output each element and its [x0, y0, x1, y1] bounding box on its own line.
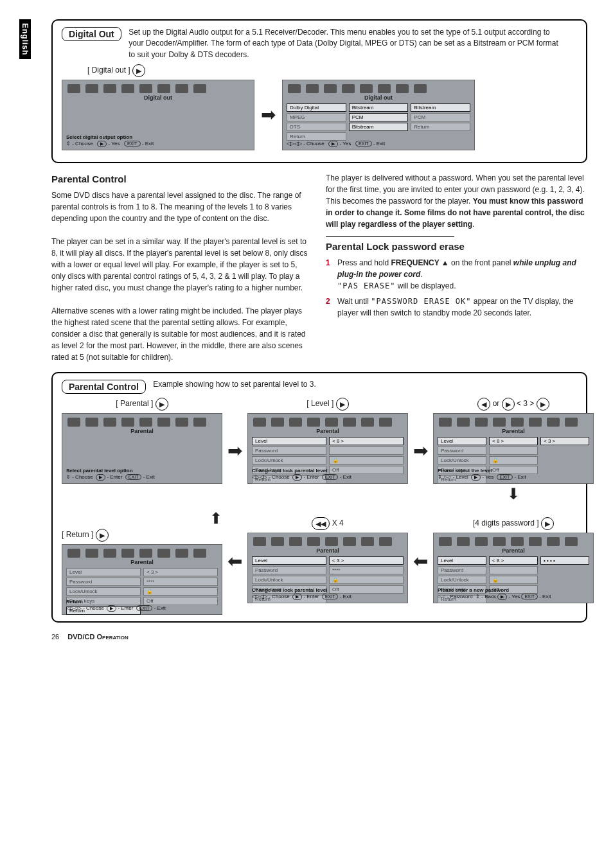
osd-foot-hint: Change and lock parental level: [252, 468, 404, 474]
crumb-x4: X 4: [332, 518, 344, 527]
osd-value: Bitstream: [349, 123, 409, 131]
arrow-up-icon: ⬆: [209, 509, 222, 527]
osd-item[interactable]: Dolby Digital: [287, 103, 346, 112]
arrow-right-icon: ➡: [261, 106, 276, 124]
osd-item[interactable]: Level: [252, 556, 326, 565]
crumb-arrows: < 3 >: [517, 399, 534, 408]
osd-foot-exit: - Exit: [143, 474, 155, 480]
osd-value: [489, 566, 538, 574]
osd-item[interactable]: Level: [438, 437, 486, 445]
arrow-right-icon: ➡: [413, 442, 428, 460]
osd-item[interactable]: Lock/Unlock: [66, 587, 141, 596]
osd-title: Digital out: [66, 94, 250, 101]
osd-parental-5: Parental Level Password Lock/Unlock Pane…: [247, 533, 408, 603]
crumb-or: or: [493, 399, 500, 408]
osd-foot-choose: - Choose: [269, 594, 289, 599]
osd-foot-hint: Please enter a new password: [438, 587, 589, 593]
osd-parental-6: Parental Level Password Lock/Unlock Pane…: [62, 544, 222, 615]
page-number: 26: [51, 633, 59, 641]
step1-dot: .: [420, 270, 422, 279]
osd-foot-enter: - Enter: [107, 474, 122, 480]
lock-icon: [143, 587, 218, 596]
osd-foot-hint: Please select the level: [438, 468, 589, 474]
osd-value: PCM: [349, 113, 409, 121]
osd-value: Return: [411, 123, 470, 131]
osd-item[interactable]: Password: [252, 566, 326, 574]
osd-foot-choose: - Choose: [72, 474, 93, 480]
play-icon: ▶: [132, 64, 145, 77]
left-icon: ◀: [477, 398, 490, 411]
osd-value: • • • •: [540, 556, 589, 565]
crumb-parental: [ Parental ]: [116, 399, 153, 408]
osd-foot-exit: - Exit: [340, 594, 351, 599]
osd-foot-password: - Password: [447, 594, 473, 599]
osd-item[interactable]: Lock/Unlock: [438, 576, 486, 584]
osd-foot-exit: - Exit: [154, 605, 166, 611]
osd-value: [329, 447, 404, 455]
osd-foot-exit: - Exit: [142, 141, 154, 146]
osd-item[interactable]: MPEG: [287, 113, 346, 121]
osd-value: [489, 447, 538, 455]
osd-item[interactable]: Lock/Unlock: [438, 456, 486, 465]
osd-value: < 3 >: [540, 437, 589, 445]
osd-digital-out-right: Digital out Dolby Digital MPEG DTS Retur…: [282, 80, 475, 150]
osd-value: ****: [329, 566, 404, 574]
play-icon: ▶: [155, 398, 168, 411]
osd-foot-level: - Level: [453, 474, 468, 480]
footer-section: DVD/CD: [67, 633, 96, 641]
osd-item[interactable]: Password: [66, 578, 141, 586]
osd-foot-hint: Select digital output option: [66, 134, 250, 140]
step1-text-c: on the front panel: [449, 258, 513, 267]
osd-foot-yes: - Yes: [109, 141, 120, 146]
osd-item[interactable]: Level: [252, 437, 326, 445]
step-2: 2 Wait until "PASSWORD ERASE OK" appear …: [326, 296, 587, 319]
osd-value: ****: [143, 578, 218, 586]
osd-foot-choose: - Choose: [83, 605, 103, 611]
osd-item[interactable]: Password: [438, 447, 486, 455]
step2-text-a: Wait until: [337, 297, 371, 306]
osd-digital-out-left: Digital out Select digital output option…: [62, 80, 254, 150]
play-icon: ▶: [336, 398, 349, 411]
osd-foot-yes: - Yes: [340, 141, 351, 146]
play-icon: ▶: [96, 529, 109, 542]
osd-foot-exit: - Exit: [373, 141, 385, 146]
step1-text-f: will be displayed.: [395, 281, 456, 290]
osd-parental-3: Parental Level Password Lock/Unlock Pane…: [433, 413, 594, 484]
osd-value: < 8 >: [489, 556, 538, 565]
osd-foot-enter: - Enter: [303, 474, 319, 480]
lock-icon: [329, 456, 404, 465]
arrow-left-icon: ⬅: [227, 553, 242, 571]
osd-value: < 8 >: [489, 437, 538, 445]
osd-item[interactable]: Lock/Unlock: [252, 456, 326, 465]
digital-out-crumb-label: [ Digital out ]: [87, 66, 130, 75]
osd-value: < 8 >: [329, 437, 404, 445]
osd-item[interactable]: Return: [287, 132, 346, 141]
osd-foot-enter: - Enter: [118, 605, 133, 611]
step2-display: "PASSWORD ERASE OK": [371, 297, 471, 306]
osd-value: PCM: [411, 113, 470, 121]
osd-title: Parental: [252, 428, 404, 434]
language-tab: English: [19, 19, 31, 59]
divider: [326, 236, 454, 237]
osd-item[interactable]: Password: [252, 447, 326, 455]
osd-foot-hint: Select parental level option: [66, 468, 218, 474]
digital-out-crumb: [ Digital out ] ▶: [87, 64, 577, 77]
page-footer: 26 DVD/CD Operation: [51, 633, 587, 641]
step1-freq: FREQUENCY ▲: [391, 258, 449, 267]
osd-item[interactable]: DTS: [287, 123, 346, 131]
osd-foot-choose: - Choose: [303, 141, 324, 146]
play-icon: ▶: [541, 517, 554, 530]
parental-p2: The player can be set in a similar way. …: [51, 236, 313, 294]
osd-title: Parental: [438, 547, 589, 554]
osd-parental-4: Parental Level Password Lock/Unlock Pane…: [433, 533, 594, 603]
osd-foot-yes: - Yes: [482, 474, 493, 480]
osd-item[interactable]: Level: [438, 556, 486, 565]
osd-item[interactable]: Password: [438, 566, 486, 574]
osd-title: Parental: [66, 428, 218, 434]
osd-item[interactable]: Level: [66, 568, 141, 576]
lock-icon: [489, 576, 538, 584]
play-icon: ▶: [537, 398, 549, 411]
osd-item[interactable]: Lock/Unlock: [252, 576, 326, 584]
osd-title: Parental: [66, 559, 218, 565]
osd-foot-choose: - Choose: [72, 141, 93, 146]
